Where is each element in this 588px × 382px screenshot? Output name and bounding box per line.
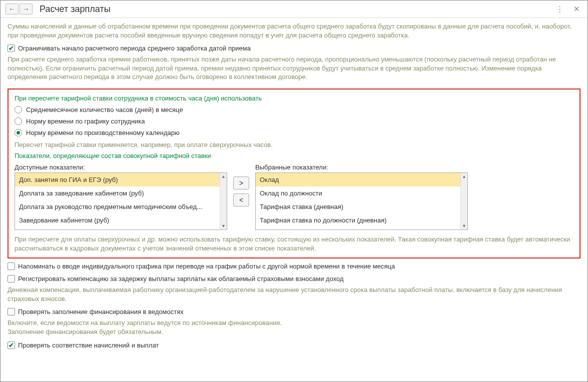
radio-production-calendar[interactable] <box>15 129 22 136</box>
rate-section-title: При пересчете тарифной ставки сотрудника… <box>15 94 573 102</box>
move-buttons: > < <box>233 176 249 206</box>
radio-row-3: Норму времени по производственному кален… <box>15 129 573 136</box>
content-area: Суммы начислений и данные об отработанно… <box>1 18 587 379</box>
limit-checkbox[interactable]: ✔ <box>8 44 15 52</box>
match-checkbox[interactable]: ✔ <box>8 342 15 349</box>
radio-row-2: Норму времени по графику сотрудника <box>15 118 573 125</box>
page-title: Расчет зарплаты <box>40 4 553 14</box>
move-right-button[interactable]: > <box>233 176 249 190</box>
available-listbox[interactable]: Доп. занятия по ГИА и ЕГЭ (руб) Доплата … <box>15 172 227 230</box>
header-actions: ⋮ ✕ <box>553 4 582 14</box>
remind-checkbox[interactable] <box>8 262 15 270</box>
rate-section-box: При пересчете тарифной ставки сотрудника… <box>8 88 580 259</box>
scroll-up-icon[interactable]: ▲ <box>462 174 466 179</box>
match-check-label: Проверять соответствие начислений и выпл… <box>18 342 159 349</box>
window-header: ← → Расчет зарплаты ⋮ ✕ <box>1 0 587 18</box>
selected-column: Выбранные показатели: Оклад Оклад по дол… <box>255 164 468 230</box>
radio-employee-schedule[interactable] <box>15 118 22 125</box>
financing-checkbox[interactable] <box>8 308 15 316</box>
move-left-button[interactable]: < <box>233 194 249 206</box>
list-item[interactable]: Доплата за руководство предметным методи… <box>15 200 220 214</box>
list-item[interactable]: Доплата за заведование кабинетом (руб) <box>15 186 220 200</box>
radio-label-1: Среднемесячное количество часов (дней) в… <box>26 106 183 114</box>
available-label: Доступные показатели: <box>15 164 227 171</box>
radio-month-avg[interactable] <box>15 106 22 114</box>
scroll-down-icon[interactable]: ▼ <box>462 224 466 228</box>
radio-label-2: Норму времени по графику сотрудника <box>26 118 145 125</box>
compensation-check-row: Регистрировать компенсацию за задержку в… <box>8 275 580 282</box>
financing-check-label: Проверять заполнение финансирования в ве… <box>18 308 184 316</box>
match-check-row: ✔ Проверять соответствие начислений и вы… <box>8 342 580 349</box>
radio-label-3: Норму времени по производственному кален… <box>26 129 180 136</box>
indicators-note: При пересчете для оплаты сверхурочных и … <box>15 235 573 252</box>
selected-listbox[interactable]: Оклад Оклад по должности Тарифная ставка… <box>255 172 468 230</box>
scroll-up-icon[interactable]: ▲ <box>221 174 226 179</box>
list-item[interactable]: Доп. занятия по ГИА и ЕГЭ (руб) <box>15 173 220 186</box>
limit-check-row: ✔ Ограничивать начало расчетного периода… <box>8 44 580 52</box>
list-item[interactable]: Тарифная ставка по должности (дневная) <box>256 214 460 227</box>
radio-row-1: Среднемесячное количество часов (дней) в… <box>15 106 573 114</box>
scroll-down-icon[interactable]: ▼ <box>221 224 226 228</box>
dual-list: Доступные показатели: Доп. занятия по ГИ… <box>15 164 573 230</box>
list-item[interactable]: Тарифная ставка (дневная) <box>256 200 460 214</box>
compensation-check-label: Регистрировать компенсацию за задержку в… <box>18 275 344 282</box>
remind-check-label: Напоминать о вводе индивидуального графи… <box>18 262 395 270</box>
selected-label: Выбранные показатели: <box>255 164 468 171</box>
list-item[interactable]: Оклад <box>256 173 460 186</box>
compensation-note: Денежная компенсация, выплачиваемая рабо… <box>8 286 580 303</box>
rate-section-note: Пересчет тарифной ставки применяется, на… <box>15 140 573 150</box>
compensation-checkbox[interactable] <box>8 275 15 282</box>
intro-text: Суммы начислений и данные об отработанно… <box>8 22 580 40</box>
available-column: Доступные показатели: Доп. занятия по ГИ… <box>15 164 227 230</box>
list-item[interactable]: Оклад по должности <box>256 186 460 200</box>
close-icon[interactable]: ✕ <box>571 4 582 14</box>
financing-note: Включите, если ведомости на выплату зарп… <box>8 318 580 336</box>
remind-check-row: Напоминать о вводе индивидуального графи… <box>8 262 580 270</box>
indicators-title: Показатели, определяющие состав совокупн… <box>15 152 573 160</box>
limit-check-label: Ограничивать начало расчетного периода с… <box>18 44 251 52</box>
list-item[interactable]: Заведование кабинетом (руб) <box>15 214 220 227</box>
scrollbar[interactable]: ▲ ▼ <box>220 173 227 230</box>
scrollbar[interactable]: ▲ ▼ <box>460 173 467 230</box>
financing-check-row: Проверять заполнение финансирования в ве… <box>8 308 580 316</box>
forward-button[interactable]: → <box>20 4 33 14</box>
nav-buttons: ← → <box>6 4 33 14</box>
more-icon[interactable]: ⋮ <box>553 4 566 14</box>
limit-explain-text: При расчете среднего заработка премии ра… <box>8 55 580 82</box>
back-button[interactable]: ← <box>6 4 19 14</box>
